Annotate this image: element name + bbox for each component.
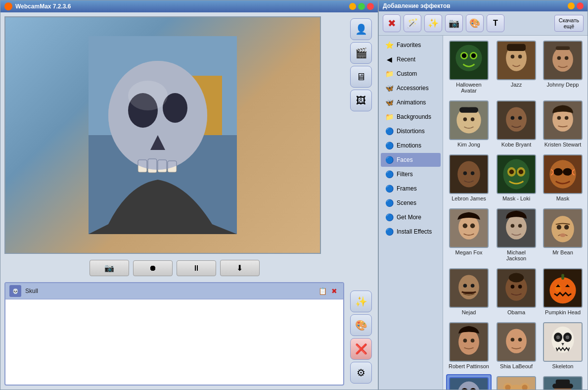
distortions-icon: 🔵 xyxy=(385,127,394,136)
sidebar-item-favorites[interactable]: ⭐ Favorites xyxy=(381,38,441,52)
record-icon: ⏺ xyxy=(149,264,157,273)
minimize-button[interactable] xyxy=(349,3,356,10)
favorites-icon: ⭐ xyxy=(385,41,394,49)
effect-thumb-mrbean xyxy=(543,208,583,248)
screen-tool-button[interactable]: 🖥 xyxy=(350,66,372,88)
left-close-button[interactable] xyxy=(367,3,374,10)
sidebar-item-backgrounds[interactable]: 📁 Backgrounds xyxy=(381,110,441,124)
sidebar-item-accessories[interactable]: 🦋 Accessories xyxy=(381,81,441,95)
frames-label: Frames xyxy=(397,185,417,192)
effect-card-shia[interactable]: Shia LaBeouf xyxy=(495,320,538,371)
image-tool-button[interactable]: 🖼 xyxy=(350,90,372,111)
download-more-button[interactable]: Скачать ещё xyxy=(554,15,584,32)
capture-effects-button[interactable]: 📷 xyxy=(445,14,463,32)
camera-tool-button[interactable]: 👤 xyxy=(350,18,372,40)
effect-card-nejad[interactable]: Nejad xyxy=(446,266,492,317)
effects-button[interactable]: ✨ xyxy=(424,14,442,32)
sidebar-item-recent[interactable]: ◀ Recent xyxy=(381,52,441,66)
effect-card-mrbean[interactable]: Mr Bean xyxy=(541,206,585,263)
effect-card-kobe[interactable]: Kobe Bryant xyxy=(495,98,538,149)
effect-card-kimjong[interactable]: Kim Jong xyxy=(446,98,492,149)
emotions-icon: 🔵 xyxy=(385,141,394,150)
capture-button[interactable]: 📷 xyxy=(90,260,129,276)
effect-card-kristen[interactable]: Kristen Stewart xyxy=(541,98,585,149)
effect-card-skull[interactable]: Skull xyxy=(446,374,492,390)
sidebar-item-frames[interactable]: 🔵 Frames xyxy=(381,182,441,195)
effect-card-robert[interactable]: Robert Pattinson xyxy=(446,320,492,371)
svg-rect-32 xyxy=(459,107,478,112)
effect-card-michael[interactable]: Michael Jackson xyxy=(495,206,538,263)
svg-point-67 xyxy=(564,225,569,230)
close-effects-button[interactable]: ✖ xyxy=(383,14,401,32)
effect-item[interactable]: 💀 Skull 📋 ✖ xyxy=(5,283,343,299)
svg-rect-27 xyxy=(556,47,570,50)
svg-point-70 xyxy=(458,275,479,299)
delete-tool-button[interactable]: ❌ xyxy=(350,338,372,360)
right-minimize-button[interactable] xyxy=(568,2,575,9)
svg-point-21 xyxy=(518,55,522,59)
effect-card-tiger[interactable]: Tiger Woods xyxy=(541,374,585,390)
effect-card-teddybear[interactable]: Teddy Bear xyxy=(495,374,538,390)
sidebar-item-install[interactable]: 🔵 Install Effects xyxy=(381,225,441,239)
delete-effect-button[interactable]: ✖ xyxy=(329,286,339,296)
animations-icon: 🦋 xyxy=(385,98,394,107)
effect-card-johnnyd[interactable]: Johnny Depp xyxy=(541,39,585,96)
sidebar-item-emotions[interactable]: 🔵 Emotions xyxy=(381,139,441,152)
effect-thumb-mask xyxy=(543,154,583,194)
effect-card-jazz[interactable]: Jazz xyxy=(495,39,538,96)
effect-thumb-teddybear xyxy=(497,376,536,390)
right-close-button[interactable] xyxy=(577,2,584,9)
effect-thumb-kimjong xyxy=(449,100,489,140)
sidebar-item-getmore[interactable]: 🔵 Get More xyxy=(381,210,441,224)
copy-effect-button[interactable]: 📋 xyxy=(317,286,327,296)
sidebar-item-animations[interactable]: 🦋 Animations xyxy=(381,96,441,109)
effects-grid: Halloween Avatar xyxy=(446,39,585,390)
sidebar-item-scenes[interactable]: 🔵 Scenes xyxy=(381,196,441,210)
maximize-button[interactable] xyxy=(358,3,365,10)
effect-card-skeleton[interactable]: Skeleton xyxy=(541,320,585,371)
sidebar-item-custom[interactable]: 📁 Custom xyxy=(381,67,441,81)
svg-point-89 xyxy=(518,338,522,341)
effect-thumb-johnnyd xyxy=(543,41,583,80)
filters-label: Filters xyxy=(397,171,413,178)
download-button[interactable]: ⬇ xyxy=(220,260,260,276)
sidebar-item-faces[interactable]: 🔵 Faces xyxy=(381,153,441,167)
effects-grid-container: Halloween Avatar xyxy=(443,36,588,390)
skull-svg xyxy=(89,36,237,234)
video-tool-button[interactable]: 🎬 xyxy=(350,42,372,64)
left-title-bar: WebcamMax 7.2.3.6 xyxy=(0,0,378,12)
text-effects-button[interactable]: T xyxy=(487,14,504,32)
accessories-label: Accessories xyxy=(397,85,429,92)
effect-card-obama[interactable]: Obama xyxy=(495,266,538,317)
svg-point-77 xyxy=(509,273,524,283)
svg-point-36 xyxy=(518,116,522,120)
wand-button[interactable]: 🪄 xyxy=(404,14,421,32)
effect-thumb-skull xyxy=(449,377,489,390)
effect-thumb-skeleton xyxy=(543,322,583,362)
effects-tool-button[interactable]: ✨ xyxy=(350,291,372,312)
getmore-icon: 🔵 xyxy=(385,213,394,222)
svg-point-43 xyxy=(463,171,467,175)
emotions-label: Emotions xyxy=(397,142,421,149)
effect-label-johnnyd: Johnny Depp xyxy=(547,82,579,88)
effect-thumb-kobe xyxy=(497,100,536,140)
record-button[interactable]: ⏺ xyxy=(133,260,173,276)
paint-effects-button[interactable]: 🎨 xyxy=(466,14,484,32)
effect-item-actions: 📋 ✖ xyxy=(317,286,339,296)
paint-tool-button[interactable]: 🎨 xyxy=(350,314,372,336)
effect-card-halloween[interactable]: Halloween Avatar xyxy=(446,39,492,96)
settings-tool-button[interactable]: ⚙ xyxy=(350,362,372,384)
svg-point-63 xyxy=(518,224,522,228)
effect-card-pumpkin[interactable]: Pumpkin Head xyxy=(541,266,585,317)
svg-point-42 xyxy=(457,161,480,187)
effect-card-maskloki[interactable]: Mask - Loki xyxy=(495,152,538,203)
svg-point-26 xyxy=(565,56,569,60)
pause-button[interactable]: ⏸ xyxy=(177,260,216,276)
svg-point-34 xyxy=(506,107,527,131)
sidebar-item-distortions[interactable]: 🔵 Distortions xyxy=(381,124,441,138)
effect-card-lebron[interactable]: Lebron James xyxy=(446,152,492,203)
app-title: WebcamMax 7.2.3.6 xyxy=(15,3,71,10)
effect-card-megan[interactable]: Megan Fox xyxy=(446,206,492,263)
sidebar-item-filters[interactable]: 🔵 Filters xyxy=(381,167,441,181)
effect-card-mask[interactable]: Mask xyxy=(541,152,585,203)
